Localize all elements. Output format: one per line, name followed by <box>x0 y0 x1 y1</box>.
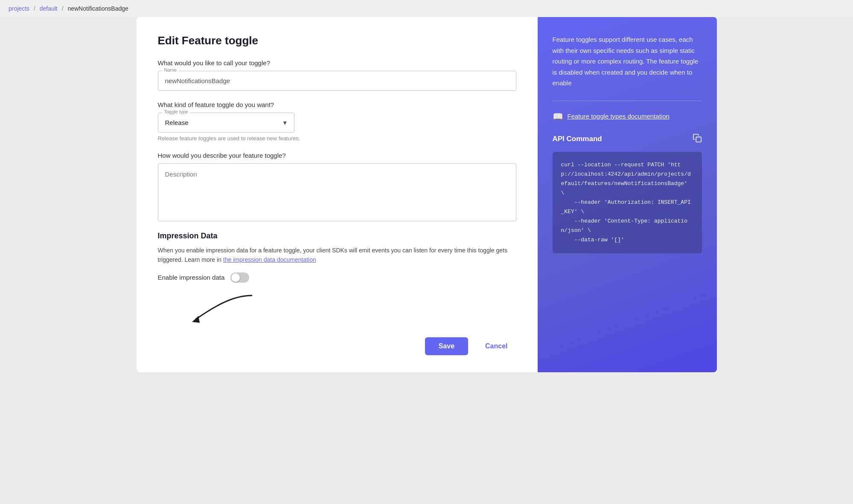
breadcrumb-default[interactable]: default <box>40 5 58 12</box>
main-container: Edit Feature toggle What would you like … <box>128 17 725 381</box>
description-field-group: How would you describe your feature togg… <box>158 152 516 221</box>
page-wrapper: projects / default / newNotificationsBad… <box>0 0 853 504</box>
name-question-label: What would you like to call your toggle? <box>158 59 516 67</box>
api-code-block: curl --location --request PATCH 'http://… <box>553 152 702 254</box>
breadcrumb-projects[interactable]: projects <box>9 5 29 12</box>
toggle-type-field-group: What kind of feature toggle do you want?… <box>158 101 516 142</box>
description-question-label: How would you describe your feature togg… <box>158 152 516 159</box>
cancel-button[interactable]: Cancel <box>477 337 516 355</box>
impression-toggle-switch[interactable] <box>230 272 249 283</box>
arrow-annotation <box>183 291 516 327</box>
toggle-type-floating-label: Toggle type <box>163 109 190 114</box>
breadcrumb-sep-2: / <box>62 5 64 12</box>
name-field-group: What would you like to call your toggle?… <box>158 59 516 91</box>
breadcrumb-sep-1: / <box>34 5 35 12</box>
name-input-wrapper: Name <box>158 71 516 91</box>
doc-link[interactable]: Feature toggle types documentation <box>568 113 670 120</box>
api-command-title: API Command <box>553 135 602 143</box>
book-icon: 📖 <box>553 111 563 122</box>
toggle-type-question-label: What kind of feature toggle do you want? <box>158 101 516 108</box>
copy-icon[interactable] <box>693 133 702 145</box>
impression-section-title: Impression Data <box>158 232 516 240</box>
api-command-header: API Command <box>553 133 702 145</box>
breadcrumb-current: newNotificationsBadge <box>67 5 128 12</box>
toggle-type-select[interactable]: Release Experiment Operational Kill swit… <box>158 113 294 132</box>
impression-toggle-row: Enable impression data <box>158 272 516 283</box>
toggle-knob <box>231 273 240 282</box>
name-floating-label: Name <box>163 67 178 72</box>
breadcrumb: projects / default / newNotificationsBad… <box>0 0 853 17</box>
save-button[interactable]: Save <box>425 337 468 355</box>
page-title: Edit Feature toggle <box>158 34 516 47</box>
svg-marker-0 <box>192 316 200 323</box>
toggle-type-select-wrapper: Toggle type Release Experiment Operation… <box>158 113 294 133</box>
description-textarea-wrapper <box>158 163 516 221</box>
form-panel: Edit Feature toggle What would you like … <box>137 17 538 372</box>
button-row: Save Cancel <box>158 337 516 355</box>
arrow-svg <box>183 291 269 325</box>
doc-link-row: 📖 Feature toggle types documentation <box>553 111 702 122</box>
description-textarea[interactable] <box>158 164 516 219</box>
impression-desc-text: When you enable impression data for a fe… <box>158 247 507 263</box>
impression-data-link[interactable]: the impression data documentation <box>223 256 316 263</box>
svg-rect-1 <box>696 137 701 142</box>
toggle-type-hint: Release feature toggles are used to rele… <box>158 135 516 142</box>
impression-description: When you enable impression data for a fe… <box>158 246 516 265</box>
impression-section: Impression Data When you enable impressi… <box>158 232 516 327</box>
sidebar-description: Feature toggles support different use ca… <box>553 34 702 89</box>
sidebar-panel: Feature toggles support different use ca… <box>538 17 717 372</box>
enable-impression-label: Enable impression data <box>158 274 225 281</box>
name-input[interactable] <box>158 71 516 90</box>
sidebar-divider <box>553 101 702 101</box>
